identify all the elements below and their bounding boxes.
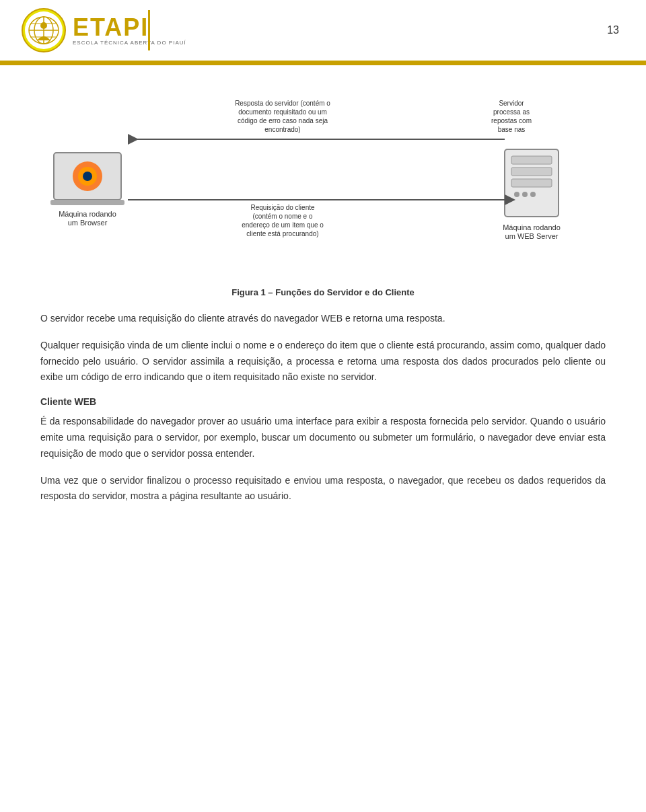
logo-etapi: ETAPI [73, 15, 186, 40]
logo-subtitle: ESCOLA TÉCNICA ABERTA DO PIAUÍ [73, 40, 186, 46]
diagram-container: Máquina rodando um Browser Máquina rodan… [40, 92, 606, 281]
svg-text:documento requisitado ou um: documento requisitado ou um [238, 108, 327, 116]
svg-text:repostas com: repostas com [491, 117, 532, 124]
svg-point-21 [522, 192, 528, 197]
page-content: Máquina rodando um Browser Máquina rodan… [0, 65, 646, 542]
svg-text:um WEB Server: um WEB Server [505, 232, 559, 240]
header-divider [148, 10, 150, 50]
svg-text:Máquina rodando: Máquina rodando [503, 223, 561, 231]
svg-point-20 [514, 192, 519, 197]
svg-text:endereço de um item que o: endereço de um item que o [242, 221, 324, 229]
paragraph-2: Qualquer requisição vinda de um cliente … [40, 338, 606, 385]
logo-icon [20, 7, 67, 54]
svg-rect-19 [511, 179, 552, 187]
paragraph-4: Uma vez que o servidor finalizou o proce… [40, 473, 606, 505]
svg-text:encontrado): encontrado) [264, 126, 300, 133]
svg-rect-17 [511, 156, 552, 164]
svg-text:cliente está procurando): cliente está procurando) [246, 230, 318, 237]
section-title-cliente-web: Cliente WEB [40, 396, 606, 407]
paragraph-3: É da responsabilidade do navegador prove… [40, 414, 606, 462]
svg-point-12 [83, 172, 92, 181]
page-header: ETAPI ESCOLA TÉCNICA ABERTA DO PIAUÍ 13 [0, 0, 646, 63]
svg-text:Resposta do servidor (contém o: Resposta do servidor (contém o [235, 100, 330, 107]
svg-text:base nas: base nas [498, 126, 526, 133]
svg-text:Servidor: Servidor [499, 100, 524, 107]
page-number: 13 [607, 24, 619, 36]
diagram-svg: Máquina rodando um Browser Máquina rodan… [47, 92, 599, 274]
logo-area: ETAPI ESCOLA TÉCNICA ABERTA DO PIAUÍ [20, 7, 186, 54]
svg-point-8 [40, 22, 47, 29]
svg-text:Requisição do cliente: Requisição do cliente [250, 204, 314, 211]
svg-text:um Browser: um Browser [68, 219, 108, 227]
svg-rect-18 [511, 168, 552, 176]
figure-caption: Figura 1 – Funções do Servidor e do Clie… [40, 287, 606, 297]
svg-text:processa as: processa as [493, 108, 530, 116]
svg-text:Máquina rodando: Máquina rodando [59, 210, 116, 218]
svg-rect-13 [50, 200, 124, 205]
svg-text:(contém o nome e o: (contém o nome e o [253, 213, 313, 220]
paragraph-1: O servidor recebe uma requisição do clie… [40, 311, 606, 327]
svg-point-22 [530, 192, 536, 197]
svg-text:código de erro caso nada seja: código de erro caso nada seja [238, 117, 328, 124]
logo-text-area: ETAPI ESCOLA TÉCNICA ABERTA DO PIAUÍ [73, 15, 186, 46]
